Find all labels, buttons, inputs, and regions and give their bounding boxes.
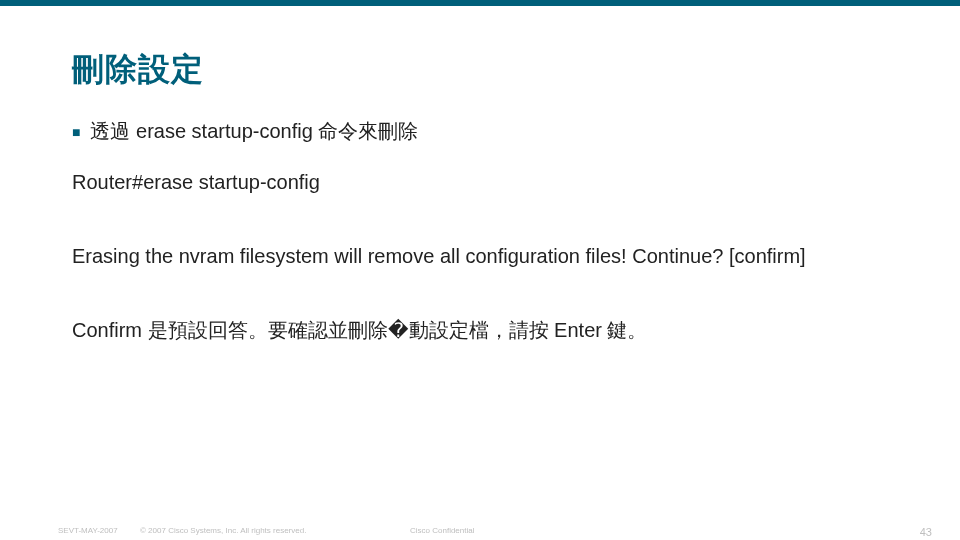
command-line: Router#erase startup-config — [72, 168, 892, 196]
warning-block: Erasing the nvram filesystem will remove… — [72, 242, 892, 270]
slide-content: ■ 透過 erase startup-config 命令來刪除 Router#e… — [72, 118, 892, 344]
footer-confidential: Cisco Confidential — [410, 526, 474, 535]
slide: 刪除設定 ■ 透過 erase startup-config 命令來刪除 Rou… — [0, 0, 960, 540]
footer-page-number: 43 — [920, 526, 932, 538]
top-accent-bar — [0, 0, 960, 6]
bullet-item: ■ 透過 erase startup-config 命令來刪除 — [72, 118, 892, 146]
bullet-marker-icon: ■ — [72, 118, 80, 146]
bullet-text: 透過 erase startup-config 命令來刪除 — [90, 118, 418, 145]
confirm-note: Confirm 是預設回答。要確認並刪除�動設定檔，請按 Enter 鍵。 — [72, 316, 892, 344]
slide-title: 刪除設定 — [72, 48, 204, 92]
footer-copyright: © 2007 Cisco Systems, Inc. All rights re… — [140, 526, 306, 535]
footer-ref: SEVT-MAY-2007 — [58, 526, 118, 535]
